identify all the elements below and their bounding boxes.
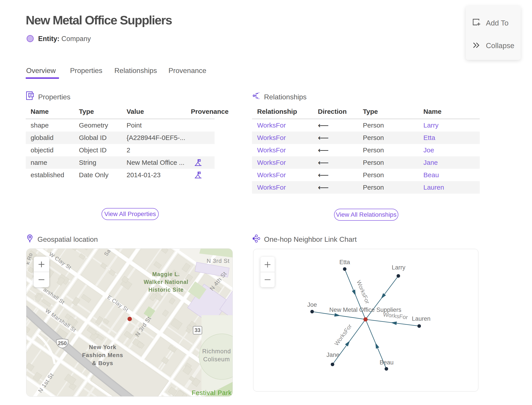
svg-text:Walker National: Walker National	[144, 279, 188, 285]
svg-text:N 3rd St: N 3rd St	[206, 257, 229, 264]
svg-text:Lauren: Lauren	[412, 315, 431, 322]
svg-text:New York: New York	[89, 344, 116, 351]
svg-text:WorksFor: WorksFor	[333, 323, 353, 347]
svg-text:Joe: Joe	[307, 301, 317, 308]
svg-text:33: 33	[195, 327, 201, 333]
svg-text:Larry: Larry	[392, 264, 406, 271]
svg-text:Jane: Jane	[326, 351, 339, 358]
svg-text:Fashion Mens: Fashion Mens	[82, 352, 123, 358]
svg-text:Maggie L.: Maggie L.	[152, 271, 180, 277]
svg-text:& Boys: & Boys	[92, 360, 113, 366]
svg-text:Richmond: Richmond	[202, 348, 231, 355]
svg-text:Historic Site: Historic Site	[148, 287, 184, 293]
svg-text:Etta: Etta	[339, 259, 350, 265]
svg-text:Festival Park: Festival Park	[192, 389, 232, 396]
svg-text:Beau: Beau	[379, 359, 393, 366]
svg-text:Coliseum: Coliseum	[203, 356, 230, 363]
svg-text:WorksFor: WorksFor	[383, 311, 408, 320]
svg-text:250: 250	[58, 340, 67, 346]
